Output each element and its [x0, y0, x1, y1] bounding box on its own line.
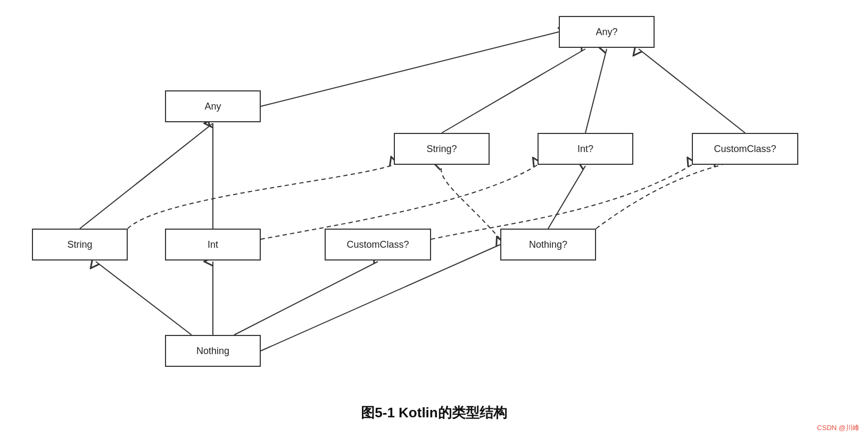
svg-line-3	[442, 49, 585, 133]
box-int: Int	[165, 229, 261, 260]
svg-line-4	[585, 49, 607, 133]
box-customclass-q-bottom: CustomClass?	[325, 229, 431, 260]
box-any-q: Any?	[559, 16, 655, 48]
svg-line-0	[261, 32, 559, 106]
box-nothing: Nothing	[165, 335, 261, 367]
svg-line-5	[639, 49, 745, 133]
diagram-caption: 图5-1 Kotlin的类型结构	[0, 404, 868, 422]
svg-line-8	[234, 262, 378, 335]
box-customclass-q-top: CustomClass?	[692, 133, 798, 165]
svg-line-7	[96, 262, 192, 335]
svg-line-1	[80, 123, 213, 229]
box-int-q: Int?	[538, 133, 633, 165]
box-any: Any	[165, 90, 261, 122]
diagram-svg	[0, 0, 868, 437]
svg-line-9	[261, 245, 500, 351]
box-string-q: String?	[394, 133, 490, 165]
box-nothing-q: Nothing?	[500, 229, 596, 260]
watermark: CSDN @川峰	[817, 423, 859, 433]
box-string: String	[32, 229, 128, 260]
diagram-container: Any? Any String? Int? CustomClass? Strin…	[0, 0, 868, 437]
svg-line-10	[548, 166, 585, 229]
